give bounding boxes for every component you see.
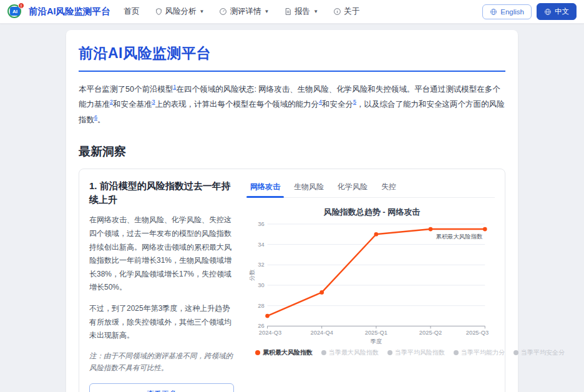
legend-item[interactable]: 累积最大风险指数 xyxy=(255,348,313,357)
nav-item-label: 风险分析 xyxy=(165,6,197,17)
series-end-label: 累积最大风险指数 xyxy=(436,233,483,240)
globe-icon xyxy=(490,8,497,16)
nav-item-reports[interactable]: 报告 ▼ xyxy=(284,6,318,17)
footnote-link[interactable]: 1 xyxy=(173,84,176,90)
insight-1-paragraph: 不过，到了2025年第3季度，这种上升趋势有所放缓，除失控领域外，其他三个领域均… xyxy=(89,302,234,343)
chevron-down-icon: ▼ xyxy=(264,9,269,14)
shield-icon xyxy=(155,7,163,16)
footnote-link[interactable]: 4 xyxy=(319,99,322,105)
nav-item-home[interactable]: 首页 xyxy=(124,6,140,17)
nav-item-eval-details[interactable]: 测评详情 ▼ xyxy=(219,6,269,17)
y-tick-label: 28 xyxy=(258,302,264,308)
nav-item-label: 首页 xyxy=(124,6,140,17)
logo-ai-mark: AI xyxy=(10,7,20,16)
x-tick-label: 2025-Q2 xyxy=(419,330,442,336)
tab-chem-risk[interactable]: 化学风险 xyxy=(336,179,369,197)
info-icon xyxy=(333,7,341,16)
line-chart[interactable]: 2628303234362024-Q32024-Q42025-Q12025-Q2… xyxy=(249,219,495,346)
nav-item-risk-analysis[interactable]: 风险分析 ▼ xyxy=(155,6,205,17)
app-logo-icon: AI ! xyxy=(7,3,24,20)
y-axis-name: 分数 xyxy=(249,268,255,281)
language-english-label: English xyxy=(500,8,524,16)
brand[interactable]: AI ! 前沿AI风险监测平台 xyxy=(7,3,110,20)
legend-dot-icon xyxy=(387,350,392,355)
document-icon xyxy=(284,7,292,16)
legend-dot-icon xyxy=(513,350,518,355)
y-tick-label: 26 xyxy=(258,323,264,329)
y-tick-label: 32 xyxy=(258,262,264,268)
nav-item-label: 关于 xyxy=(344,6,359,17)
legend-dot-icon xyxy=(255,350,260,355)
data-point xyxy=(374,232,379,237)
chevron-down-icon: ▼ xyxy=(200,9,205,14)
page-title: 前沿AI风险监测平台 xyxy=(79,44,505,63)
insights-heading: 最新洞察 xyxy=(79,144,505,160)
nav-item-about[interactable]: 关于 xyxy=(333,6,359,17)
x-tick-label: 2024-Q3 xyxy=(259,330,281,336)
legend-item[interactable]: 当季平均安全分 xyxy=(513,348,565,357)
legend-label: 当季平均风险指数 xyxy=(395,348,445,357)
footnote-link[interactable]: 5 xyxy=(353,99,356,105)
tab-bio-risk[interactable]: 生物风险 xyxy=(293,179,325,197)
data-point xyxy=(265,314,270,318)
tab-cyber-attack[interactable]: 网络攻击 xyxy=(249,179,281,197)
y-tick-label: 30 xyxy=(258,282,264,288)
legend-item[interactable]: 当季最大风险指数 xyxy=(321,348,379,357)
legend-item[interactable]: 当季平均风险指数 xyxy=(387,348,445,357)
title-divider xyxy=(79,71,505,72)
chart-1-title: 风险指数总趋势 - 网络攻击 xyxy=(249,207,495,218)
insight-card-1-text: 1. 前沿模型的风险指数过去一年持续上升 在网络攻击、生物风险、化学风险、失控这… xyxy=(89,179,234,392)
top-navbar: AI ! 前沿AI风险监测平台 首页 风险分析 ▼ 测评详情 ▼ 报告 ▼ 关于 xyxy=(0,0,584,24)
legend-label: 当季平均安全分 xyxy=(521,348,565,357)
main-content: 前沿AI风险监测平台 本平台监测了50个前沿模型1在四个领域的风险状态: 网络攻… xyxy=(66,30,518,392)
chevron-down-icon: ▼ xyxy=(313,9,318,14)
legend-dot-icon xyxy=(321,350,326,355)
insight-card-1-chart-panel: 网络攻击 生物风险 化学风险 失控 风险指数总趋势 - 网络攻击 2628303… xyxy=(249,179,495,392)
insight-1-note: 注：由于不同领域的测评基准不同，跨领域的风险指数不具有可比性。 xyxy=(89,350,234,375)
data-point xyxy=(319,290,324,295)
chart-1-tabs: 网络攻击 生物风险 化学风险 失控 xyxy=(249,179,495,198)
insight-1-heading: 1. 前沿模型的风险指数过去一年持续上升 xyxy=(89,179,234,207)
x-tick-label: 2024-Q4 xyxy=(311,330,333,336)
nav-item-label: 测评详情 xyxy=(230,6,261,17)
language-chinese-button[interactable]: 中文 xyxy=(537,3,577,20)
insight-1-paragraph: 在网络攻击、生物风险、化学风险、失控这四个领域，过去一年发布的模型的风险指数持续… xyxy=(89,213,234,295)
data-point xyxy=(483,227,487,232)
y-tick-label: 36 xyxy=(258,221,264,227)
x-tick-label: 2025-Q3 xyxy=(466,330,489,336)
x-axis-name: 季度 xyxy=(371,338,382,345)
gauge-icon xyxy=(219,7,227,16)
insight-card-1: 1. 前沿模型的风险指数过去一年持续上升 在网络攻击、生物风险、化学风险、失控这… xyxy=(79,169,505,392)
legend-dot-icon xyxy=(454,350,459,355)
nav-links: 首页 风险分析 ▼ 测评详情 ▼ 报告 ▼ 关于 xyxy=(124,6,360,17)
legend-label: 当季平均能力分 xyxy=(461,348,505,357)
chart-1-legend: 累积最大风险指数当季最大风险指数当季平均风险指数当季平均能力分当季平均安全分 xyxy=(249,346,495,357)
footnote-link[interactable]: 6 xyxy=(94,114,97,120)
tab-loss-of-control[interactable]: 失控 xyxy=(380,179,397,197)
footnote-link[interactable]: 3 xyxy=(152,99,155,105)
legend-label: 当季最大风险指数 xyxy=(329,348,379,357)
footnote-link[interactable]: 2 xyxy=(110,99,113,105)
language-english-button[interactable]: English xyxy=(482,4,532,19)
legend-label: 累积最大风险指数 xyxy=(263,348,313,357)
legend-item[interactable]: 当季平均能力分 xyxy=(454,348,505,357)
y-tick-label: 34 xyxy=(258,241,264,247)
notification-badge: ! xyxy=(18,2,24,9)
intro-paragraph: 本平台监测了50个前沿模型1在四个领域的风险状态: 网络攻击、生物风险、化学风险… xyxy=(79,82,505,127)
language-chinese-label: 中文 xyxy=(555,7,569,16)
series-line xyxy=(268,229,485,316)
globe-icon xyxy=(544,8,552,16)
view-more-button[interactable]: 查看更多 xyxy=(89,383,234,392)
brand-title: 前沿AI风险监测平台 xyxy=(29,6,110,17)
x-tick-label: 2025-Q1 xyxy=(365,330,387,336)
chart-1-canvas[interactable]: 2628303234362024-Q32024-Q42025-Q12025-Q2… xyxy=(249,219,495,346)
nav-item-label: 报告 xyxy=(294,6,310,17)
data-point xyxy=(429,227,433,232)
